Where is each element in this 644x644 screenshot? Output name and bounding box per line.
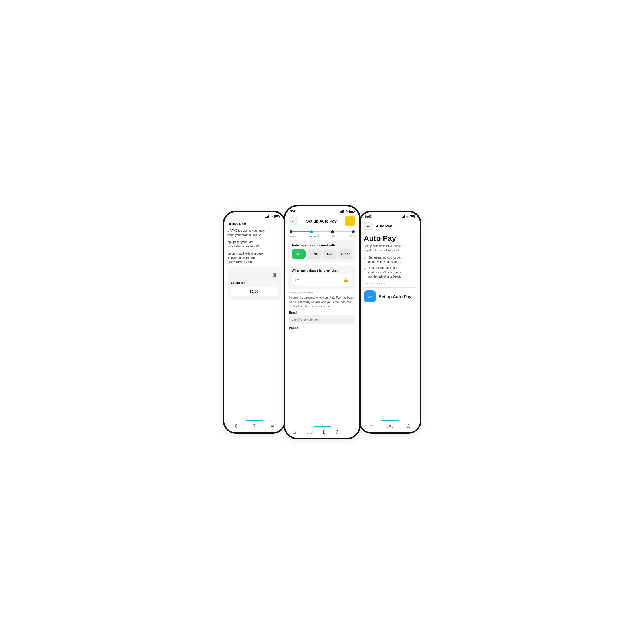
mid-back-button[interactable]: ← <box>289 217 298 226</box>
right-nav-billing[interactable]: £ <box>407 423 410 429</box>
nav-item-help[interactable]: ? <box>253 423 255 429</box>
auto-pay-description: Set up automatic PAYG top-u... forget to… <box>364 244 416 253</box>
left-header-title: Auto Pay <box>224 220 284 229</box>
right-home-icon: ⌂ <box>370 423 373 429</box>
step-label-amount: Amount <box>309 235 319 238</box>
currency-icon: £ <box>235 423 237 429</box>
amount-buttons: £10 £20 £30 Other <box>292 249 352 259</box>
lock-icon: 🔒 <box>343 277 349 283</box>
back-arrow-icon: ← <box>292 219 296 223</box>
balance-card-title: When my balance is lower than: <box>292 269 352 272</box>
help-icon-mid: ? <box>336 429 338 435</box>
nav-item-menu[interactable]: ≡ <box>271 423 274 429</box>
amount-card-title: Auto top-up my account with: <box>292 243 352 247</box>
email-input[interactable] <box>289 315 355 324</box>
setup-btn-label: Set up Auto Pay <box>379 294 411 299</box>
mid-status-time: 9:41 <box>290 209 297 213</box>
right-bottom-nav: ⌂ ⬡⬡ £ <box>360 421 420 432</box>
step-done-dot <box>352 230 355 233</box>
mid-bottom-nav: ⌂ ⬡⬡ £ ? ≡ <box>285 427 359 438</box>
check-item-2: ✓ Your auto top-up is paid card, so you'… <box>364 266 416 279</box>
right-nav-home[interactable]: ⌂ <box>370 423 373 429</box>
left-bottom-nav: £ ? ≡ <box>224 421 284 432</box>
right-nav-activity[interactable]: ⬡⬡ <box>387 424 393 429</box>
balance-value: £2 <box>295 278 299 282</box>
lightning-button[interactable]: ⚡ <box>345 216 355 226</box>
stepper-labels: Energy Amount Pay Done <box>285 234 359 240</box>
auto-pay-main-title: Auto Pay <box>364 234 416 243</box>
left-phone: ∿ Auto Pay c PAYG top-ups so you never w… <box>223 211 286 434</box>
right-header-title: Auto Pay <box>376 224 392 228</box>
stepper <box>285 228 359 234</box>
step-line-1 <box>292 231 310 232</box>
home-icon: ⌂ <box>293 429 296 435</box>
billing-icon: £ <box>323 429 326 435</box>
left-text-2: op-ups for your PAYG your balance reache… <box>228 240 281 249</box>
step-line-2 <box>313 231 331 232</box>
mid-battery-icon <box>349 210 354 213</box>
setup-btn-icon: ∞ <box>364 290 376 302</box>
check-item-1: ✓ Set repeat top-ups for yo... meter whe… <box>364 255 416 264</box>
lightning-icon: ⚡ <box>347 218 353 224</box>
wifi-icon: ∿ <box>270 215 273 219</box>
right-billing-icon: £ <box>407 423 410 429</box>
step-label-done: Done <box>350 235 356 238</box>
amount-10-button[interactable]: £10 <box>292 249 306 259</box>
left-text-3: op-up is paid with your bank ll never go… <box>228 251 281 264</box>
trash-icon: 🗑 <box>272 271 278 279</box>
left-text-1: c PAYG top-ups so you never when your ba… <box>228 229 281 237</box>
nav-home[interactable]: ⌂ <box>293 429 296 435</box>
activity-icon: ⬡⬡ <box>306 430 313 434</box>
right-back-button[interactable]: ← <box>364 222 373 231</box>
receipt-section: NEED A RECEIPT? If you'd like a receipt … <box>288 292 356 331</box>
right-back-arrow-icon: ← <box>366 224 370 229</box>
menu-icon: ≡ <box>271 423 274 429</box>
left-content: c PAYG top-ups so you never when your ba… <box>224 229 284 420</box>
check-tick-1: ✓ <box>364 256 367 261</box>
step-amount-dot <box>310 230 313 233</box>
help-icon: ? <box>253 423 255 429</box>
setup-auto-pay-button[interactable]: ∞ Set up Auto Pay <box>364 290 411 302</box>
divider <box>364 287 416 288</box>
amount-other-button[interactable]: Other <box>338 249 352 259</box>
step-label-pay: Pay <box>332 235 337 238</box>
left-credit-card: 🗑 Credit limit £2.00 <box>228 267 281 300</box>
mid-header: ← Set up Auto Pay ⚡ <box>285 214 359 228</box>
more-icon: ≡ <box>348 429 351 435</box>
get-started-label: GET STARTED <box>364 282 416 285</box>
nav-billing[interactable]: £ <box>323 429 326 435</box>
receipt-section-label: NEED A RECEIPT? <box>289 292 355 294</box>
mid-content: Auto top-up my account with: £10 £20 £30… <box>285 240 359 426</box>
nav-help[interactable]: ? <box>336 429 338 435</box>
balance-row: £2 🔒 <box>292 274 352 286</box>
infinity-icon: ∞ <box>368 293 372 300</box>
right-wifi-icon: ∿ <box>406 215 409 219</box>
battery-icon <box>274 215 279 218</box>
mid-wifi-icon: ∿ <box>345 209 348 213</box>
scene: ∿ Auto Pay c PAYG top-ups so you never w… <box>193 193 451 451</box>
right-status-time: 9:41 <box>365 215 372 219</box>
left-status-bar: ∿ <box>224 212 284 220</box>
amount-20-button[interactable]: £20 <box>307 249 321 259</box>
nav-activity[interactable]: ⬡⬡ <box>306 430 313 434</box>
right-header: ← Auto Pay <box>360 220 420 233</box>
email-field-label: Email <box>289 311 355 314</box>
step-label-energy: Energy <box>288 235 296 238</box>
amount-30-button[interactable]: £30 <box>323 249 337 259</box>
right-activity-icon: ⬡⬡ <box>387 424 393 429</box>
check-list: ✓ Set repeat top-ups for yo... meter whe… <box>364 255 416 279</box>
step-energy-dot <box>290 230 292 233</box>
nav-more[interactable]: ≡ <box>348 429 351 435</box>
right-content: Auto Pay Set up automatic PAYG top-u... … <box>360 233 420 420</box>
step-pay-dot <box>331 230 334 233</box>
mid-status-bar: 9:41 ∿ <box>285 206 359 214</box>
left-screen: Auto Pay c PAYG top-ups so you never whe… <box>224 220 284 432</box>
middle-phone: 9:41 ∿ ← Set up Auto Pay ⚡ <box>284 205 361 439</box>
receipt-description: If you'd like a receipt when your Auto P… <box>289 296 355 308</box>
step-line-3 <box>334 231 352 232</box>
right-status-bar: 9:41 ∿ <box>360 212 420 220</box>
phone-field-label: Phone <box>289 326 355 330</box>
amount-card: Auto top-up my account with: £10 £20 £30… <box>288 240 356 262</box>
check-tick-2: ✓ <box>364 266 367 271</box>
nav-item-currency[interactable]: £ <box>235 423 237 429</box>
